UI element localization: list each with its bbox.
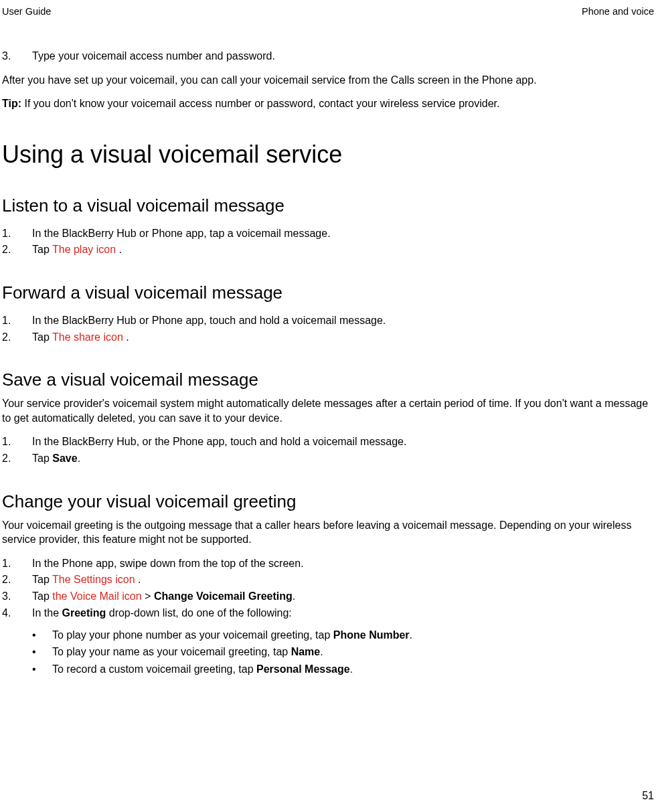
tip-label: Tip: <box>2 98 24 109</box>
text-suffix: . <box>410 629 412 641</box>
text-prefix: To play your phone number as your voicem… <box>52 629 333 641</box>
bold-personal-message: Personal Message <box>256 663 350 675</box>
bullet-icon: • <box>32 662 52 677</box>
list-text: In the Greeting drop-down list, do one o… <box>32 606 292 621</box>
bold-change-greeting: Change Voicemail Greeting <box>154 590 293 602</box>
text-suffix: drop-down list, do one of the following: <box>106 607 292 619</box>
list-marker: 2. <box>2 242 32 257</box>
list-text: To play your name as your voicemail gree… <box>52 645 323 659</box>
list-text: Tap Save. <box>32 451 80 466</box>
list-item: 2. Tap The Settings icon . <box>2 572 654 587</box>
heading-save: Save a visual voicemail message <box>2 370 654 390</box>
text-suffix: . <box>350 663 353 675</box>
header-left: User Guide <box>2 6 51 17</box>
header-right: Phone and voice <box>582 6 654 17</box>
list-item: 1. In the Phone app, swipe down from the… <box>2 556 654 571</box>
list-text: In the BlackBerry Hub or Phone app, tap … <box>32 226 331 241</box>
heading-listen: Listen to a visual voicemail message <box>2 195 654 216</box>
list-text: Tap The play icon . <box>32 242 122 257</box>
text-suffix: . <box>138 574 141 585</box>
settings-icon: The Settings icon <box>52 574 138 585</box>
list-item: 1. In the BlackBerry Hub, or the Phone a… <box>2 434 654 449</box>
play-icon: The play icon <box>52 244 119 255</box>
list-item: 2. Tap The play icon . <box>2 242 654 257</box>
heading-change-greeting: Change your visual voicemail greeting <box>2 491 654 512</box>
tip-text: If you don't know your voicemail access … <box>24 98 499 109</box>
change-steps: 1. In the Phone app, swipe down from the… <box>2 556 654 620</box>
list-item: 4. In the Greeting drop-down list, do on… <box>2 606 654 621</box>
save-intro: Your service provider's voicemail system… <box>2 396 654 425</box>
list-item: 1. In the BlackBerry Hub or Phone app, t… <box>2 313 654 328</box>
list-marker: 1. <box>2 434 32 449</box>
list-item: • To play your phone number as your voic… <box>32 628 654 643</box>
list-text: In the BlackBerry Hub or Phone app, touc… <box>32 313 386 328</box>
list-text: In the Phone app, swipe down from the to… <box>32 556 304 571</box>
page-content: 3. Type your voicemail access number and… <box>0 49 656 677</box>
list-item: 3. Type your voicemail access number and… <box>2 49 654 64</box>
text-suffix: . <box>293 590 295 602</box>
bold-greeting: Greeting <box>62 607 106 619</box>
voicemail-icon: the Voice Mail icon <box>52 590 145 602</box>
list-text: Tap The share icon . <box>32 330 129 345</box>
text-prefix: To record a custom voicemail greeting, t… <box>52 663 256 675</box>
paragraph: After you have set up your voicemail, yo… <box>2 73 654 88</box>
list-text: To record a custom voicemail greeting, t… <box>52 662 353 677</box>
list-marker: 3. <box>2 49 32 64</box>
text-prefix: Tap <box>32 453 52 464</box>
list-marker: 3. <box>2 589 32 604</box>
list-text: In the BlackBerry Hub, or the Phone app,… <box>32 434 406 449</box>
list-text: Tap the Voice Mail icon > Change Voicema… <box>32 589 295 604</box>
list-item: 2. Tap Save. <box>2 451 654 466</box>
bullet-icon: • <box>32 645 52 659</box>
text-prefix: Tap <box>32 244 52 255</box>
bold-save: Save <box>52 453 77 464</box>
listen-steps: 1. In the BlackBerry Hub or Phone app, t… <box>2 226 654 257</box>
heading-using-visual-voicemail: Using a visual voicemail service <box>2 141 654 169</box>
list-item: 2. Tap The share icon . <box>2 330 654 345</box>
list-marker: 2. <box>2 451 32 466</box>
list-marker: 4. <box>2 606 32 621</box>
text-suffix: . <box>78 453 80 464</box>
list-marker: 2. <box>2 572 32 587</box>
greeting-options: • To play your phone number as your voic… <box>2 628 654 677</box>
list-text: To play your phone number as your voicem… <box>52 628 412 643</box>
list-text: Type your voicemail access number and pa… <box>32 49 275 64</box>
forward-steps: 1. In the BlackBerry Hub or Phone app, t… <box>2 313 654 344</box>
text-prefix: Tap <box>32 590 52 602</box>
text-mid: > <box>145 590 154 602</box>
text-prefix: To play your name as your voicemail gree… <box>52 646 291 657</box>
list-text: Tap The Settings icon . <box>32 572 141 587</box>
page-header: User Guide Phone and voice <box>0 6 656 17</box>
list-marker: 1. <box>2 226 32 241</box>
text-suffix: . <box>119 244 122 255</box>
share-icon: The share icon <box>52 331 126 343</box>
change-intro: Your voicemail greeting is the outgoing … <box>2 518 654 547</box>
list-marker: 1. <box>2 556 32 571</box>
bullet-icon: • <box>32 628 52 643</box>
bold-name: Name <box>291 646 321 657</box>
heading-forward: Forward a visual voicemail message <box>2 282 654 303</box>
setup-steps-continued: 3. Type your voicemail access number and… <box>2 49 654 64</box>
list-marker: 1. <box>2 313 32 328</box>
page-number: 51 <box>642 790 654 802</box>
bold-phone-number: Phone Number <box>333 629 410 641</box>
text-suffix: . <box>320 646 323 657</box>
save-steps: 1. In the BlackBerry Hub, or the Phone a… <box>2 434 654 465</box>
text-prefix: Tap <box>32 574 52 585</box>
list-item: • To play your name as your voicemail gr… <box>32 645 654 659</box>
tip-paragraph: Tip: If you don't know your voicemail ac… <box>2 96 654 111</box>
list-item: • To record a custom voicemail greeting,… <box>32 662 654 677</box>
list-item: 3. Tap the Voice Mail icon > Change Voic… <box>2 589 654 604</box>
text-prefix: Tap <box>32 331 52 343</box>
text-prefix: In the <box>32 607 62 619</box>
text-suffix: . <box>126 331 129 343</box>
list-item: 1. In the BlackBerry Hub or Phone app, t… <box>2 226 654 241</box>
list-marker: 2. <box>2 330 32 345</box>
